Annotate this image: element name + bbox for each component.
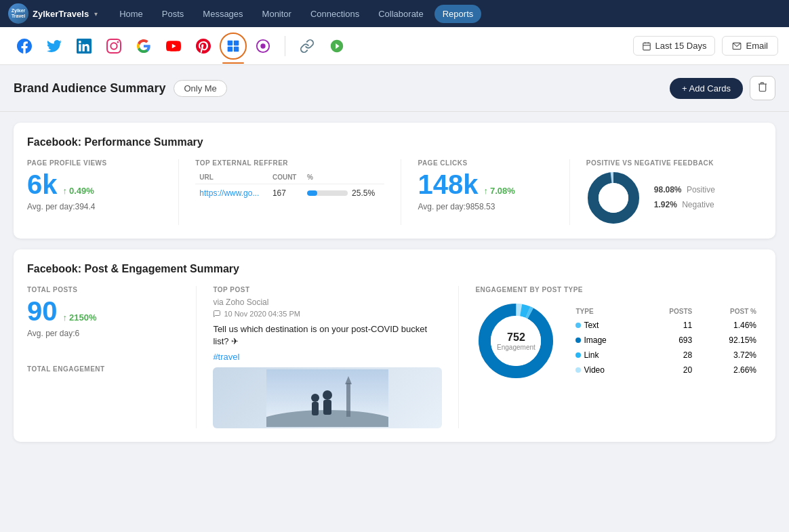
eng-type-header: TYPE <box>571 306 640 317</box>
chain-link-icon-btn[interactable] <box>294 33 321 60</box>
svg-rect-1 <box>234 40 239 45</box>
nav-item-posts[interactable]: Posts <box>154 5 193 23</box>
engagement-table: TYPE POSTS POST % Text 11 1.46% <box>570 304 762 378</box>
facebook-icon-btn[interactable] <box>11 33 38 60</box>
negative-feedback: 1.92% Negative <box>654 198 715 213</box>
svg-rect-2 <box>228 46 233 52</box>
social-divider <box>285 36 285 56</box>
nav-item-messages[interactable]: Messages <box>195 5 251 23</box>
referrer-pct-header: % <box>303 171 384 184</box>
twitter-icon-btn[interactable] <box>41 33 68 60</box>
svg-rect-6 <box>643 43 650 50</box>
eng-posts-text: 11 <box>641 319 696 332</box>
referrer-count-header: COUNT <box>268 171 303 184</box>
engagement-table-wrapper: TYPE POSTS POST % Text 11 1.46% <box>570 304 762 378</box>
eng-pct-image: 92.15% <box>697 333 761 347</box>
total-posts-label: TOTAL POSTS <box>27 286 180 293</box>
eng-type-image: Image <box>584 335 606 345</box>
engagement-by-type-label: ENGAGEMENT BY POST TYPE <box>475 286 762 293</box>
engagement-center-label: Engagement <box>497 344 535 351</box>
table-row: https://www.go... 167 25.5% <box>195 184 384 203</box>
page-clicks-label: PAGE CLICKS <box>418 159 552 167</box>
top-post-hashtag: #travel <box>213 352 442 362</box>
nav-item-collaborate[interactable]: Collaborate <box>370 5 432 23</box>
svg-point-13 <box>599 183 628 213</box>
performance-grid: PAGE PROFILE VIEWS 6k ↑ 0.49% Avg. per d… <box>27 159 762 225</box>
total-posts-value: 90 <box>27 298 58 325</box>
nav-menu: Home Posts Messages Monitor Connections … <box>111 5 781 23</box>
brand-logo[interactable]: Zylker Travel ZylkerTravels ▾ <box>8 3 98 24</box>
feedback-donut-chart <box>586 171 641 225</box>
page-clicks-value: 148k <box>418 171 478 198</box>
nav-item-monitor[interactable]: Monitor <box>254 5 300 23</box>
post-image-svg <box>266 369 388 427</box>
table-row: Image 693 92.15% <box>571 333 761 347</box>
eng-type-text: Text <box>584 321 599 330</box>
trash-icon <box>757 81 768 92</box>
date-range-button[interactable]: Last 15 Days <box>633 36 716 56</box>
engagement-donut-chart: 752 Engagement <box>475 300 557 382</box>
instagram-icon-btn[interactable] <box>100 33 127 60</box>
brand-name: ZylkerTravels <box>33 9 89 19</box>
top-post-date: 10 Nov 2020 04:35 PM <box>213 310 442 318</box>
linkedin-icon-btn[interactable] <box>70 33 98 60</box>
facebook-pages-icon-btn[interactable] <box>220 33 247 60</box>
table-row: Video 20 2.66% <box>571 363 761 377</box>
referrer-label: TOP EXTERNAL REFFRER <box>195 159 384 167</box>
youtube-icon-btn[interactable] <box>160 33 187 60</box>
referrer-bar-cell: 25.5% <box>307 188 380 198</box>
nav-item-reports[interactable]: Reports <box>434 5 482 23</box>
up-arrow-icon: ↑ <box>63 186 68 196</box>
image-dot <box>575 337 581 343</box>
eng-posts-link: 28 <box>641 348 696 362</box>
page-clicks-change: ↑ 7.08% <box>483 186 514 196</box>
calendar-icon <box>642 41 651 51</box>
add-cards-button[interactable]: + Add Cards <box>670 78 743 99</box>
nav-item-connections[interactable]: Connections <box>302 5 367 23</box>
feedback-labels: 98.08% Positive 1.92% Negative <box>654 183 715 212</box>
eng-pct-text: 1.46% <box>697 319 761 332</box>
email-button[interactable]: Email <box>722 36 778 56</box>
extra-platform-icon-btn[interactable] <box>249 33 277 60</box>
table-row: Link 28 3.72% <box>571 348 761 362</box>
main-content: Facebook: Performance Summary PAGE PROFI… <box>0 112 789 453</box>
link-dot <box>575 352 581 358</box>
social-icon-list <box>11 33 633 60</box>
svg-rect-19 <box>323 400 331 415</box>
total-posts-section: TOTAL POSTS 90 ↑ 2150% Avg. per day:6 TO… <box>27 286 197 428</box>
eng-posts-video: 20 <box>641 363 696 377</box>
svg-point-18 <box>323 390 332 400</box>
text-dot <box>575 323 581 328</box>
performance-summary-card: Facebook: Performance Summary PAGE PROFI… <box>14 123 775 239</box>
post-engagement-grid: TOTAL POSTS 90 ↑ 2150% Avg. per day:6 TO… <box>27 286 762 428</box>
feedback-section: POSITIVE VS NEGATIVE FEEDBACK <box>586 159 762 225</box>
top-post-section: TOP POST via Zoho Social 10 Nov 2020 04:… <box>213 286 459 428</box>
other-platform-icon-btn[interactable] <box>323 33 350 60</box>
svg-rect-3 <box>234 46 239 52</box>
comment-icon <box>213 310 221 318</box>
referrer-url[interactable]: https://www.go... <box>199 188 259 198</box>
performance-card-title: Facebook: Performance Summary <box>27 136 762 148</box>
engagement-chart-area: 752 Engagement TYPE POSTS POST % <box>475 300 762 382</box>
total-posts-avg: Avg. per day:6 <box>27 329 180 338</box>
svg-rect-17 <box>312 402 319 415</box>
email-label: Email <box>746 41 768 51</box>
eng-pct-link: 3.72% <box>697 348 761 362</box>
top-post-image <box>213 367 442 428</box>
delete-button[interactable] <box>750 76 775 100</box>
page-views-change: ↑ 0.49% <box>63 186 94 196</box>
page-clicks-section: PAGE CLICKS 148k ↑ 7.08% Avg. per day:98… <box>418 159 569 225</box>
donut-center: 752 Engagement <box>497 331 535 351</box>
engagement-by-type-section: ENGAGEMENT BY POST TYPE <box>475 286 762 428</box>
nav-item-home[interactable]: Home <box>111 5 151 23</box>
eng-posts-image: 693 <box>641 333 696 347</box>
top-navigation: Zylker Travel ZylkerTravels ▾ Home Posts… <box>0 0 789 27</box>
header-actions: + Add Cards <box>670 76 775 100</box>
svg-point-5 <box>260 43 265 48</box>
engagement-total: 752 <box>497 331 535 344</box>
pinterest-icon-btn[interactable] <box>190 33 217 60</box>
positive-label: Positive <box>687 185 715 195</box>
referrer-url-header: URL <box>195 171 268 184</box>
google-icon-btn[interactable] <box>130 33 157 60</box>
visibility-badge[interactable]: Only Me <box>174 80 226 97</box>
